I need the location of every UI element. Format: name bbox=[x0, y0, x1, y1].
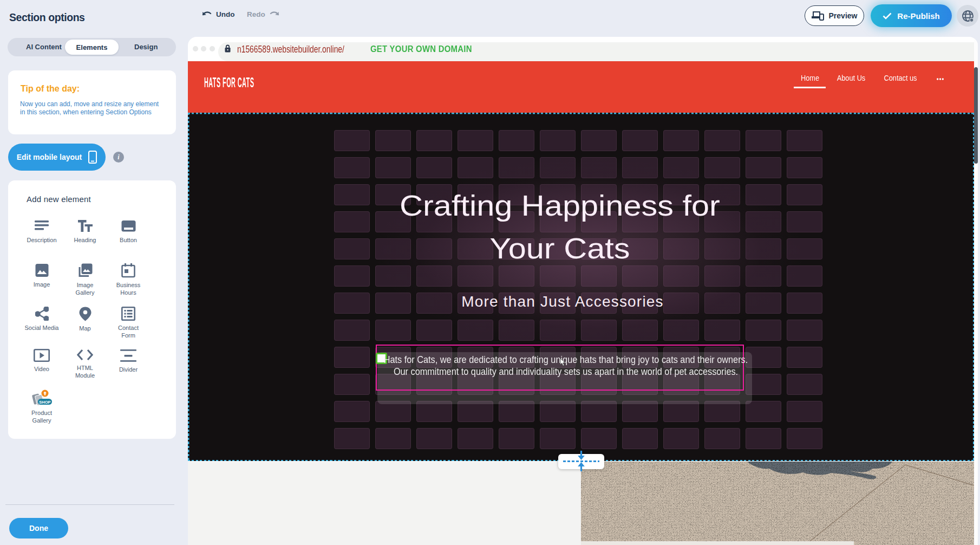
svg-text:SHOP: SHOP bbox=[39, 400, 50, 405]
